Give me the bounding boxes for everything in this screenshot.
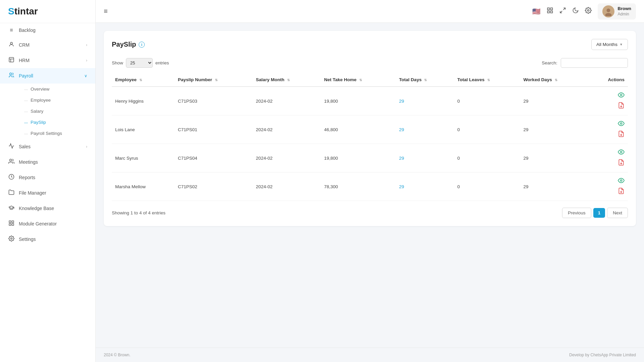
employee-label: Employee bbox=[31, 98, 51, 103]
sidebar-subitem-overview[interactable]: Overview bbox=[19, 84, 95, 95]
show-label: Show bbox=[112, 60, 123, 65]
view-button[interactable] bbox=[618, 92, 625, 100]
sidebar-item-knowledge-base[interactable]: Knowledge Base bbox=[0, 201, 95, 216]
svg-rect-7 bbox=[9, 224, 11, 225]
sort-icon[interactable]: ⇅ bbox=[287, 78, 290, 82]
reports-icon bbox=[8, 174, 15, 181]
settings-icon bbox=[8, 236, 15, 243]
dark-mode-icon[interactable] bbox=[572, 7, 579, 15]
file-manager-icon bbox=[8, 189, 15, 197]
developer-text: Develop by ChetsApp Private Limited bbox=[569, 353, 636, 357]
sidebar-item-backlog[interactable]: ≡ Backlog bbox=[0, 23, 95, 37]
sidebar-subitem-employee[interactable]: Employee bbox=[19, 95, 95, 106]
user-name: Brown bbox=[618, 6, 631, 12]
sort-icon[interactable]: ⇅ bbox=[215, 78, 218, 82]
user-info: Brown Admin bbox=[618, 6, 631, 16]
backlog-icon: ≡ bbox=[8, 27, 15, 33]
grid-icon[interactable] bbox=[547, 7, 553, 15]
cell-worked-days: 29 bbox=[520, 172, 589, 201]
svg-rect-8 bbox=[12, 224, 14, 225]
sidebar-item-settings[interactable]: Settings bbox=[0, 231, 95, 247]
cell-employee: Henry Higgins bbox=[112, 87, 175, 115]
sidebar-item-meetings[interactable]: Meetings bbox=[0, 154, 95, 170]
page-title: PaySlip i bbox=[112, 41, 145, 48]
gear-settings-icon[interactable] bbox=[585, 7, 592, 15]
view-button[interactable] bbox=[618, 120, 625, 128]
col-employee: Employee ⇅ bbox=[112, 73, 175, 87]
table-row: Marc Syrus C71PS04 2024-02 19,800 29 0 2… bbox=[112, 144, 628, 172]
entries-label: entries bbox=[155, 60, 169, 65]
cell-actions bbox=[589, 115, 628, 144]
overview-label: Overview bbox=[31, 87, 49, 92]
view-button[interactable] bbox=[618, 149, 625, 157]
sort-icon[interactable]: ⇅ bbox=[359, 78, 362, 82]
sales-icon bbox=[8, 143, 15, 150]
cell-total-leaves: 0 bbox=[454, 172, 520, 201]
download-button[interactable] bbox=[618, 159, 625, 167]
fullscreen-icon[interactable] bbox=[559, 7, 566, 15]
sidebar-item-reports[interactable]: Reports bbox=[0, 170, 95, 185]
sidebar-item-hrm[interactable]: HRM › bbox=[0, 53, 95, 68]
cell-worked-days: 29 bbox=[520, 144, 589, 172]
sidebar-subitem-payroll-settings[interactable]: Payroll Settings bbox=[19, 128, 95, 139]
page-1-button[interactable]: 1 bbox=[593, 208, 605, 218]
sidebar-item-label: Module Generator bbox=[19, 221, 57, 226]
show-entries: Show 25 50 100 entries bbox=[112, 58, 169, 68]
svg-line-14 bbox=[563, 8, 565, 10]
cell-salary-month: 2024-02 bbox=[252, 115, 321, 144]
hamburger-menu-icon[interactable]: ≡ bbox=[104, 7, 108, 15]
previous-button[interactable]: Previous bbox=[562, 208, 591, 218]
sidebar-item-module-generator[interactable]: Module Generator bbox=[0, 216, 95, 231]
cell-employee: Marc Syrus bbox=[112, 144, 175, 172]
sort-icon[interactable]: ⇅ bbox=[139, 78, 142, 82]
cell-total-days: 29 bbox=[396, 87, 454, 115]
download-button[interactable] bbox=[618, 131, 625, 139]
svg-line-15 bbox=[560, 11, 562, 13]
knowledge-base-icon bbox=[8, 205, 15, 212]
cell-total-days: 29 bbox=[396, 115, 454, 144]
sidebar-subitem-payslip[interactable]: PaySlip bbox=[19, 117, 95, 128]
sidebar-item-file-manager[interactable]: File Manager bbox=[0, 185, 95, 201]
topbar-icons: 🇺🇸 Brown Admin bbox=[532, 3, 636, 19]
sidebar-item-label: Payroll bbox=[19, 73, 33, 79]
svg-point-0 bbox=[10, 42, 12, 44]
entries-select[interactable]: 25 50 100 bbox=[126, 58, 153, 68]
col-salary-month: Salary Month ⇅ bbox=[252, 73, 321, 87]
svg-rect-11 bbox=[550, 8, 552, 10]
table-header-row: Employee ⇅ Payslip Number ⇅ Salary Month… bbox=[112, 73, 628, 87]
payroll-submenu: Overview Employee Salary PaySlip Payroll… bbox=[0, 84, 95, 139]
cell-net-take-home: 46,800 bbox=[321, 115, 396, 144]
svg-rect-5 bbox=[9, 221, 11, 222]
sidebar-item-sales[interactable]: Sales › bbox=[0, 139, 95, 154]
col-total-days: Total Days ⇅ bbox=[396, 73, 454, 87]
sidebar-subitem-salary[interactable]: Salary bbox=[19, 106, 95, 117]
download-button[interactable] bbox=[618, 102, 625, 110]
main-content: PaySlip i All Months ▼ Show 25 50 100 bbox=[96, 23, 644, 348]
cell-total-leaves: 0 bbox=[454, 87, 520, 115]
cell-actions bbox=[589, 144, 628, 172]
sidebar-item-label: Sales bbox=[19, 144, 31, 149]
svg-point-9 bbox=[11, 238, 12, 240]
language-flag-icon[interactable]: 🇺🇸 bbox=[532, 7, 541, 15]
sidebar-item-payroll[interactable]: Payroll ∨ bbox=[0, 68, 95, 84]
search-label: Search: bbox=[542, 60, 557, 65]
download-button[interactable] bbox=[618, 188, 625, 196]
cell-salary-month: 2024-02 bbox=[252, 87, 321, 115]
payslip-header: PaySlip i All Months ▼ bbox=[112, 39, 628, 50]
view-button[interactable] bbox=[618, 177, 625, 186]
all-months-button[interactable]: All Months ▼ bbox=[591, 39, 628, 50]
svg-point-26 bbox=[620, 180, 622, 182]
sort-icon[interactable]: ⇅ bbox=[424, 78, 427, 82]
sidebar-item-label: Meetings bbox=[19, 159, 38, 165]
sidebar-item-crm[interactable]: CRM › bbox=[0, 37, 95, 53]
cell-net-take-home: 19,800 bbox=[321, 87, 396, 115]
info-icon[interactable]: i bbox=[139, 42, 145, 48]
user-profile-button[interactable]: Brown Admin bbox=[598, 3, 636, 19]
col-net-take-home: Net Take Home ⇅ bbox=[321, 73, 396, 87]
svg-point-22 bbox=[620, 123, 622, 124]
next-button[interactable]: Next bbox=[607, 208, 628, 218]
hrm-icon bbox=[8, 57, 15, 64]
sort-icon[interactable]: ⇅ bbox=[555, 78, 557, 82]
search-input[interactable] bbox=[561, 58, 628, 68]
sort-icon[interactable]: ⇅ bbox=[487, 78, 490, 82]
